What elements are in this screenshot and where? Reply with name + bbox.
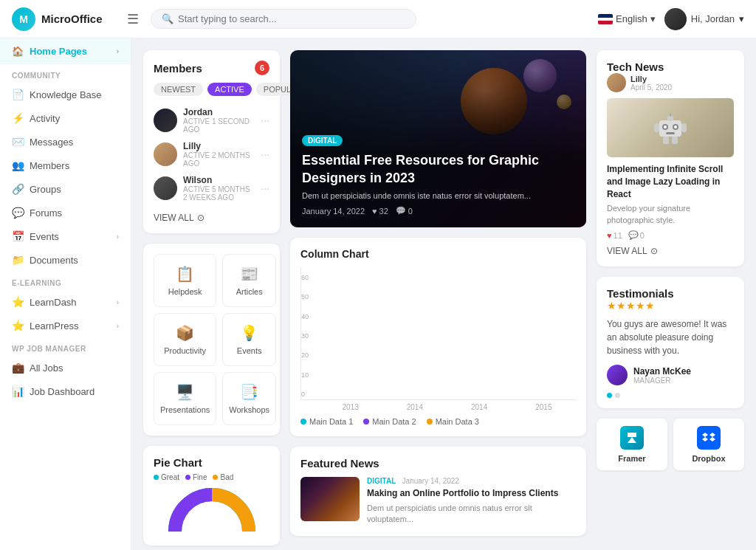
sidebar-item-knowledge-base[interactable]: 📄 Knowledge Base xyxy=(0,83,131,106)
logo-icon: M xyxy=(12,7,35,31)
pie-chart-visual xyxy=(154,487,269,535)
search-icon: 🔍 xyxy=(162,13,173,24)
chevron-right-icon: › xyxy=(117,47,119,55)
great-dot xyxy=(154,475,159,480)
chart-y-labels: 0 10 20 30 40 50 60 xyxy=(301,275,309,399)
events-icon: 📅 xyxy=(12,230,24,242)
chevron-down-icon: ▾ xyxy=(650,13,656,24)
quick-link-events[interactable]: 💡 Events xyxy=(222,313,276,366)
sidebar-item-label: Groups xyxy=(30,184,61,195)
sidebar-item-learnpress[interactable]: ⭐ LearnPress › xyxy=(0,314,131,337)
testimonial-author: Nayan McKee Manager xyxy=(607,365,734,385)
hero-content: DIGITAL Essential Free Resources for Gra… xyxy=(290,123,586,227)
pie-chart-legend: Great Fine Bad xyxy=(154,473,269,481)
sidebar-item-forums[interactable]: 💬 Forums xyxy=(0,201,131,224)
quick-link-label: Events xyxy=(237,346,262,355)
member-name: Jordan xyxy=(183,107,255,117)
workshops-icon: 📑 xyxy=(240,383,258,401)
sidebar-item-events[interactable]: 📅 Events › xyxy=(0,224,131,248)
svg-rect-6 xyxy=(667,116,673,121)
sidebar-item-home[interactable]: 🏠 Home Pages › xyxy=(0,38,131,64)
sidebar-item-activity[interactable]: ⚡ Activity xyxy=(0,106,131,130)
hero-desc: Dem ut perspiciatis unde omnis iste natu… xyxy=(302,191,574,200)
legend-label-3: Main Data 3 xyxy=(436,417,479,426)
integration-dropbox[interactable]: Dropbox xyxy=(673,419,744,470)
sidebar-item-label: Events xyxy=(30,231,59,242)
quick-link-label: Helpdesk xyxy=(168,287,202,296)
members-badge: 6 xyxy=(255,61,269,75)
sidebar-item-learndash[interactable]: ⭐ LearnDash › xyxy=(0,290,131,314)
chevron-right-icon: › xyxy=(117,233,119,241)
nav-dot-2[interactable] xyxy=(615,393,620,398)
sidebar-item-label: All Jobs xyxy=(30,362,63,374)
tab-newest[interactable]: NEWEST xyxy=(154,83,203,96)
great-label: Great xyxy=(161,473,179,481)
sidebar-item-groups[interactable]: 🔗 Groups xyxy=(0,177,131,201)
svg-rect-5 xyxy=(666,132,675,134)
dropbox-icon xyxy=(697,426,721,450)
sidebar-item-all-jobs[interactable]: 💼 All Jobs xyxy=(0,356,131,379)
arrow-circle-icon: ⊙ xyxy=(650,246,658,256)
testimonial-author-role: Manager xyxy=(633,377,691,385)
user-menu[interactable]: Hi, Jordan ▾ xyxy=(664,8,744,30)
chart-groups xyxy=(319,275,576,399)
sidebar: 🏠 Home Pages › Community 📄 Knowledge Bas… xyxy=(0,38,131,550)
language-selector[interactable]: English ▾ xyxy=(598,13,656,24)
news-item-title[interactable]: Making an Online Portfolio to Impress Cl… xyxy=(367,487,576,500)
member-row: Wilson ACTIVE 5 MONTHS 2 WEEKS AGO ··· xyxy=(154,171,269,205)
hamburger-menu[interactable]: ☰ xyxy=(124,8,142,30)
sidebar-item-documents[interactable]: 📁 Documents xyxy=(0,248,131,272)
sidebar-item-messages[interactable]: ✉️ Messages xyxy=(0,130,131,154)
featured-news-title: Featured News xyxy=(300,457,576,470)
sidebar-item-job-dashboard[interactable]: 📊 Job Dashboard xyxy=(0,379,131,403)
logo-text: MicroOffice xyxy=(41,13,103,25)
tech-article-desc: Develop your signature photographic styl… xyxy=(607,203,734,226)
svg-rect-10 xyxy=(663,137,669,144)
tab-active[interactable]: ACTIVE xyxy=(207,83,252,96)
news-thumbnail[interactable] xyxy=(300,477,360,521)
member-name: Lilly xyxy=(183,141,255,151)
tech-stats: ♥ 11 💬 0 xyxy=(607,230,734,240)
member-name: Wilson xyxy=(183,175,255,185)
hero-date: January 14, 2022 xyxy=(302,207,365,216)
quick-link-helpdesk[interactable]: 📋 Helpdesk xyxy=(154,254,216,307)
member-options-icon[interactable]: ··· xyxy=(261,148,269,160)
quick-link-workshops[interactable]: 📑 Workshops xyxy=(222,372,276,425)
quick-links-grid: 📋 Helpdesk 📰 Articles 📦 Productivity xyxy=(154,254,269,425)
members-filter-tabs: NEWEST ACTIVE POPULAR xyxy=(154,83,269,96)
legend-dot-purple xyxy=(363,419,369,424)
sidebar-section-wp-job: WP Job Manager xyxy=(0,337,131,356)
member-avatar-jordan xyxy=(154,109,177,132)
helpdesk-icon: 📋 xyxy=(176,265,194,283)
sidebar-item-label: Members xyxy=(30,160,69,171)
quick-link-articles[interactable]: 📰 Articles xyxy=(222,254,276,307)
members-icon: 👥 xyxy=(12,159,24,171)
news-tag: DIGITAL xyxy=(367,477,396,485)
svg-rect-11 xyxy=(672,137,678,144)
framer-icon xyxy=(620,426,644,450)
quick-link-productivity[interactable]: 📦 Productivity xyxy=(154,313,216,366)
search-input[interactable] xyxy=(178,13,405,24)
view-all-tech-news[interactable]: VIEW ALL ⊙ xyxy=(607,246,734,256)
member-options-icon[interactable]: ··· xyxy=(261,182,269,194)
quick-link-label: Presentations xyxy=(160,405,210,414)
quick-link-presentations[interactable]: 🖥️ Presentations xyxy=(154,372,216,425)
search-bar[interactable]: 🔍 xyxy=(151,9,416,29)
legend-label-1: Main Data 1 xyxy=(309,417,353,426)
news-thumb-image xyxy=(300,477,360,521)
tech-author-date: April 5, 2020 xyxy=(630,83,672,92)
nav-dot-1[interactable] xyxy=(607,393,612,398)
svg-point-4 xyxy=(674,126,677,128)
heart-icon: ♥ xyxy=(372,207,377,216)
chart-legend: Main Data 1 Main Data 2 Main Data 3 xyxy=(300,417,576,426)
sidebar-item-members[interactable]: 👥 Members xyxy=(0,154,131,177)
bad-label: Bad xyxy=(220,473,233,481)
view-all-members-link[interactable]: VIEW ALL ⊙ xyxy=(154,213,269,223)
integration-framer[interactable]: Framer xyxy=(597,419,667,470)
heart-icon: ♥ xyxy=(607,231,612,240)
svg-rect-7 xyxy=(670,113,671,117)
member-status: ACTIVE 1 SECOND AGO xyxy=(183,117,255,134)
flag-icon xyxy=(598,14,613,24)
member-options-icon[interactable]: ··· xyxy=(261,114,269,126)
members-card: Members 6 NEWEST ACTIVE POPULAR Jordan A… xyxy=(143,50,280,233)
